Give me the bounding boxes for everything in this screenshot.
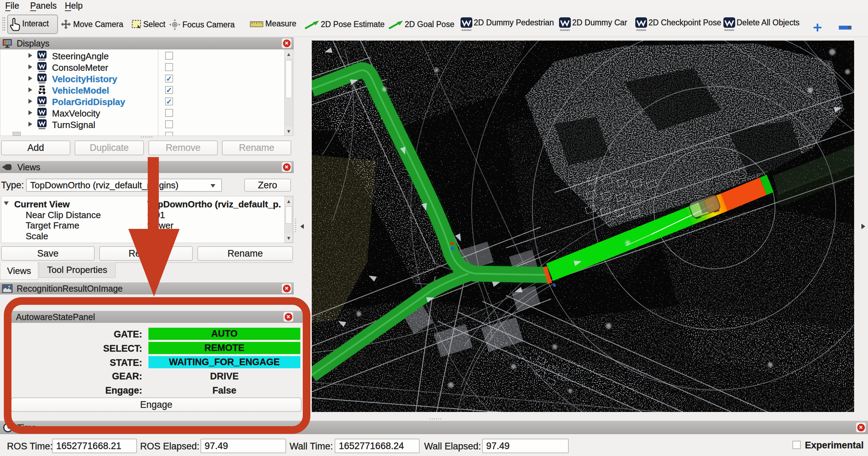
svg-text:Autoware: Autoware xyxy=(636,29,646,31)
svg-text:Autoware: Autoware xyxy=(724,29,734,31)
svg-text:Autoware: Autoware xyxy=(560,29,570,31)
svg-text:Autoware: Autoware xyxy=(462,29,472,31)
